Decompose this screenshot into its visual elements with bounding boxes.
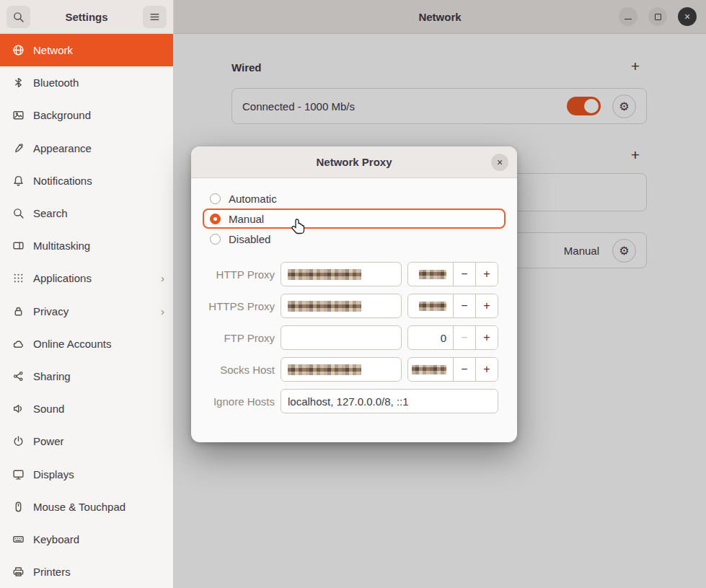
minus-icon: − bbox=[461, 299, 467, 312]
redacted-value bbox=[419, 302, 446, 311]
sidebar-item-bluetooth[interactable]: Bluetooth bbox=[0, 66, 173, 99]
radio-icon bbox=[210, 234, 221, 245]
redacted-value bbox=[419, 270, 446, 279]
https-proxy-input[interactable] bbox=[281, 294, 402, 318]
settings-window: Settings Network Bluetooth Background Ap… bbox=[0, 0, 706, 588]
http-proxy-row: HTTP Proxy − + bbox=[203, 262, 506, 286]
network-proxy-dialog: Network Proxy × Automatic Manual Disable… bbox=[191, 146, 517, 442]
speaker-icon bbox=[11, 403, 25, 415]
sidebar-item-displays[interactable]: Displays bbox=[0, 457, 173, 490]
bell-icon bbox=[11, 175, 25, 187]
plus-icon: + bbox=[483, 299, 490, 312]
ignore-hosts-label: Ignore Hosts bbox=[203, 395, 275, 408]
sidebar-header: Settings bbox=[0, 0, 173, 34]
plus-icon: + bbox=[483, 363, 490, 376]
redacted-value bbox=[412, 365, 446, 374]
sidebar: Settings Network Bluetooth Background Ap… bbox=[0, 0, 174, 588]
ftp-proxy-row: FTP Proxy 0 − + bbox=[203, 325, 506, 350]
sidebar-item-appearance[interactable]: Appearance bbox=[0, 132, 173, 164]
plus-icon: + bbox=[483, 331, 490, 344]
multitasking-icon bbox=[11, 240, 25, 252]
socks-port-spinner[interactable]: − + bbox=[407, 357, 498, 382]
socks-host-row: Socks Host − + bbox=[203, 357, 506, 382]
search-button[interactable] bbox=[6, 6, 30, 28]
decrement-button[interactable]: − bbox=[453, 294, 475, 317]
keyboard-icon bbox=[11, 533, 25, 545]
sidebar-title: Settings bbox=[30, 11, 143, 23]
dialog-body: Automatic Manual Disabled HTTP Proxy − + bbox=[191, 178, 517, 425]
plus-icon: + bbox=[483, 268, 490, 281]
chevron-right-icon: › bbox=[161, 272, 164, 284]
sidebar-item-network[interactable]: Network bbox=[0, 34, 173, 66]
search-icon bbox=[12, 11, 25, 23]
http-proxy-input[interactable] bbox=[281, 262, 402, 286]
ftp-port-spinner[interactable]: 0 − + bbox=[407, 325, 498, 350]
dialog-title: Network Proxy bbox=[316, 156, 392, 168]
printer-icon bbox=[11, 566, 25, 578]
https-proxy-row: HTTPS Proxy − + bbox=[203, 294, 506, 318]
proxy-form: HTTP Proxy − + HTTPS Proxy − + bbox=[203, 262, 506, 413]
close-icon: × bbox=[497, 157, 503, 168]
increment-button[interactable]: + bbox=[475, 358, 498, 381]
sidebar-item-multitasking[interactable]: Multitasking bbox=[0, 229, 173, 262]
sidebar-item-notifications[interactable]: Notifications bbox=[0, 164, 173, 197]
paintbrush-icon bbox=[11, 142, 25, 154]
apps-grid-icon bbox=[11, 272, 25, 284]
sidebar-item-search[interactable]: Search bbox=[0, 197, 173, 229]
proxy-option-manual[interactable]: Manual bbox=[203, 209, 506, 229]
minus-icon: − bbox=[461, 268, 467, 281]
ignore-hosts-row: Ignore Hosts bbox=[203, 389, 506, 413]
sidebar-item-online-accounts[interactable]: Online Accounts bbox=[0, 328, 173, 360]
lock-icon bbox=[11, 305, 25, 317]
socks-host-label: Socks Host bbox=[203, 364, 275, 376]
ftp-proxy-label: FTP Proxy bbox=[203, 332, 275, 344]
menu-button[interactable] bbox=[143, 6, 167, 28]
socks-host-input[interactable] bbox=[281, 357, 402, 382]
redacted-value bbox=[288, 301, 361, 312]
ignore-hosts-input[interactable] bbox=[281, 389, 498, 413]
mouse-icon bbox=[11, 501, 25, 513]
globe-icon bbox=[11, 44, 25, 56]
power-icon bbox=[11, 435, 25, 447]
cloud-icon bbox=[11, 338, 25, 350]
bluetooth-icon bbox=[11, 76, 25, 89]
http-port-spinner[interactable]: − + bbox=[407, 262, 498, 286]
sidebar-list: Network Bluetooth Background Appearance … bbox=[0, 34, 173, 588]
sidebar-item-power[interactable]: Power bbox=[0, 425, 173, 457]
decrement-button[interactable]: − bbox=[453, 358, 475, 381]
redacted-value bbox=[288, 364, 361, 375]
sidebar-item-sound[interactable]: Sound bbox=[0, 392, 173, 425]
dialog-header: Network Proxy × bbox=[191, 146, 517, 178]
search-icon bbox=[11, 207, 25, 219]
sidebar-item-mouse-touchpad[interactable]: Mouse & Touchpad bbox=[0, 491, 173, 523]
proxy-option-disabled[interactable]: Disabled bbox=[203, 229, 506, 249]
http-proxy-label: HTTP Proxy bbox=[203, 268, 275, 281]
https-port-spinner[interactable]: − + bbox=[407, 294, 498, 318]
sidebar-item-keyboard[interactable]: Keyboard bbox=[0, 523, 173, 556]
minus-icon: − bbox=[461, 363, 467, 376]
https-proxy-label: HTTPS Proxy bbox=[203, 300, 275, 312]
ftp-port-value: 0 bbox=[408, 326, 453, 349]
chevron-right-icon: › bbox=[161, 305, 164, 317]
proxy-option-automatic[interactable]: Automatic bbox=[203, 188, 506, 209]
sidebar-item-privacy[interactable]: Privacy › bbox=[0, 295, 173, 328]
hamburger-icon bbox=[149, 11, 161, 23]
increment-button[interactable]: + bbox=[475, 294, 498, 317]
minus-icon: − bbox=[461, 331, 467, 344]
sidebar-item-background[interactable]: Background bbox=[0, 99, 173, 131]
redacted-value bbox=[288, 269, 361, 280]
dialog-close-button[interactable]: × bbox=[491, 154, 508, 171]
share-icon bbox=[11, 370, 25, 382]
decrement-button[interactable]: − bbox=[453, 326, 475, 349]
radio-icon bbox=[210, 193, 221, 204]
background-icon bbox=[11, 109, 25, 121]
decrement-button[interactable]: − bbox=[453, 263, 475, 286]
sidebar-item-printers[interactable]: Printers bbox=[0, 556, 173, 588]
increment-button[interactable]: + bbox=[475, 326, 498, 349]
ftp-proxy-input[interactable] bbox=[281, 325, 402, 350]
sidebar-item-applications[interactable]: Applications › bbox=[0, 262, 173, 294]
display-icon bbox=[11, 468, 25, 481]
radio-checked-icon bbox=[210, 214, 221, 224]
sidebar-item-sharing[interactable]: Sharing bbox=[0, 360, 173, 392]
increment-button[interactable]: + bbox=[475, 263, 498, 286]
